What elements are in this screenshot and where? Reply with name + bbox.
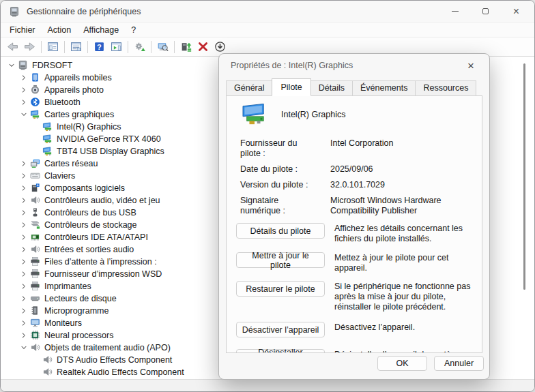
driver-fields: Fournisseur du pilote :Intel Corporation… (240, 138, 472, 216)
properties-button[interactable] (68, 39, 85, 55)
software-component-icon (30, 183, 41, 194)
chevron-right-icon[interactable] (18, 170, 29, 181)
maximize-button[interactable] (470, 1, 501, 22)
update-driver-icon (180, 41, 192, 52)
dialog-close-button[interactable]: × (457, 55, 485, 76)
chevron-right-icon[interactable] (18, 244, 29, 255)
menu-action[interactable]: Action (42, 24, 78, 36)
disable-button[interactable] (212, 39, 229, 55)
tree-scrollbar[interactable] (523, 63, 525, 290)
help-icon: ? (93, 41, 105, 52)
chevron-right-icon[interactable] (18, 72, 29, 83)
monitor-icon (30, 318, 41, 329)
field-fournisseur-du-pilote: Fournisseur du pilote :Intel Corporation (240, 138, 472, 159)
tree-item-label: Contrôleurs audio, vidéo et jeu (44, 196, 160, 205)
menu-fichier[interactable]: Fichier (3, 24, 42, 36)
back-button[interactable] (4, 39, 21, 55)
action-details-du-pilote: Détails du piloteAffichez les détails co… (236, 223, 472, 244)
action-description: Désactivez l’appareil. (334, 322, 472, 333)
ok-button[interactable]: OK (377, 356, 427, 371)
chevron-down-icon[interactable] (18, 342, 29, 353)
dialog-footer: OK Annuler (219, 353, 489, 379)
titlebar: Gestionnaire de périphériques × (1, 1, 534, 22)
menu-help[interactable]: ? (125, 24, 142, 36)
tree-item-label: Contrôleurs de bus USB (44, 208, 136, 217)
scan-hardware-icon (134, 41, 145, 52)
action-restaurer-le-pilote: Restaurer le piloteSi le périphérique ne… (236, 281, 472, 312)
action-pane-icon (111, 41, 122, 52)
field-label: Version du pilote : (240, 180, 319, 190)
tree-item-label: Composants logiciels (44, 183, 125, 193)
field-value: Intel Corporation (330, 138, 472, 159)
scan-hardware-button[interactable] (131, 39, 148, 55)
device-header: Intel(R) Graphics (236, 102, 472, 133)
tab-evenements[interactable]: Événements (352, 80, 416, 96)
chevron-right-icon[interactable] (18, 256, 29, 267)
action-desinstaller-l-appareil: Désinstaller l’appareilDésinstallez l’ap… (236, 349, 472, 353)
field-value: Microsoft Windows Hardware Compatibility… (330, 196, 472, 216)
tab-pilote[interactable]: Pilote (272, 78, 310, 96)
desinstaller-l-appareil-button[interactable]: Désinstaller l’appareil (236, 349, 325, 353)
action-pane-button[interactable] (108, 39, 125, 55)
chevron-right-icon[interactable] (18, 183, 29, 194)
forward-icon (24, 41, 35, 52)
search-devices-button[interactable] (154, 39, 171, 55)
speaker-icon (30, 244, 41, 255)
chevron-down-icon[interactable] (18, 109, 29, 120)
properties-icon (70, 41, 82, 52)
chevron-spacer (31, 367, 42, 378)
forward-button[interactable] (21, 39, 38, 55)
chevron-right-icon[interactable] (18, 207, 29, 218)
chevron-down-icon[interactable] (6, 60, 17, 71)
tab-general[interactable]: Général (226, 80, 272, 96)
update-driver-button[interactable] (177, 39, 194, 55)
console-tree-button[interactable] (44, 39, 61, 55)
svg-text:?: ? (97, 43, 102, 51)
printer-icon (30, 256, 41, 267)
action-description: Désinstallez l’appareil du système (avan… (334, 349, 472, 353)
field-signataire-numerique: Signataire numérique :Microsoft Windows … (240, 196, 472, 216)
restaurer-le-pilote-button[interactable]: Restaurer le pilote (236, 281, 325, 297)
tree-item-label: Cartes graphiques (44, 110, 114, 119)
chevron-right-icon[interactable] (18, 97, 29, 108)
chevron-right-icon[interactable] (18, 281, 29, 292)
tree-item-label: Appareils photo (44, 85, 104, 95)
chevron-right-icon[interactable] (18, 293, 29, 304)
menu-affichage[interactable]: Affichage (77, 24, 125, 36)
console-tree-icon (47, 41, 59, 52)
tab-ressources[interactable]: Ressources (415, 80, 476, 96)
disable-icon (214, 41, 226, 52)
desactiver-l-appareil-button[interactable]: Désactiver l’appareil (236, 322, 325, 337)
tree-item-label: Objets de traitement audio (APO) (44, 343, 171, 352)
chevron-right-icon[interactable] (18, 158, 29, 169)
menubar: FichierActionAffichage? (1, 22, 534, 37)
chevron-right-icon[interactable] (18, 318, 29, 329)
toolbar-separator (87, 41, 88, 53)
help-button[interactable]: ? (91, 39, 108, 55)
chevron-right-icon[interactable] (18, 305, 29, 316)
cancel-button[interactable]: Annuler (434, 356, 484, 371)
toolbar-separator (64, 41, 65, 53)
uninstall-button[interactable] (194, 39, 212, 55)
tree-item-label: Appareils mobiles (44, 73, 112, 82)
display-adapter-icon (30, 109, 41, 120)
minimize-button[interactable] (439, 1, 470, 22)
chevron-right-icon[interactable] (18, 330, 29, 341)
action-description: Mettez à jour le pilote pour cet apparei… (334, 252, 472, 273)
chevron-right-icon[interactable] (18, 232, 29, 243)
close-icon: × (513, 6, 519, 17)
chevron-right-icon[interactable] (18, 269, 29, 280)
chevron-right-icon[interactable] (18, 85, 29, 95)
tree-item-label: Intel(R) Graphics (57, 122, 121, 132)
field-value: 2025/09/06 (330, 164, 472, 175)
mettre-a-jour-le-pilote-button[interactable]: Mettre à jour le pilote (236, 252, 325, 268)
chevron-right-icon[interactable] (18, 220, 29, 230)
keyboard-icon (30, 170, 41, 181)
chevron-right-icon[interactable] (18, 195, 29, 206)
tree-item-label: Realtek Audio Effects Component (57, 367, 184, 377)
close-button[interactable]: × (501, 1, 532, 22)
computer-icon (18, 60, 29, 71)
display-adapter-icon (42, 146, 53, 157)
details-du-pilote-button[interactable]: Détails du pilote (236, 223, 325, 239)
tab-details[interactable]: Détails (310, 80, 353, 96)
